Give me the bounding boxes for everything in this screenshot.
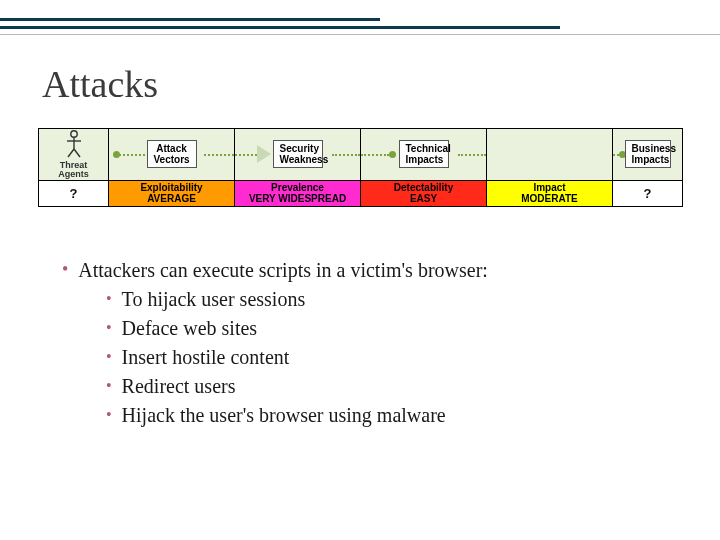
technical-impacts-box: Technical Impacts: [399, 140, 449, 168]
technical-impacts-cell: Technical Impacts: [361, 129, 487, 181]
svg-point-0: [70, 131, 76, 137]
bullet-icon: •: [106, 285, 112, 312]
list-item: • To hijack user sessions: [106, 285, 680, 314]
business-impacts-value: ?: [613, 180, 683, 206]
threat-agents-value: ?: [39, 180, 109, 206]
business-impacts-cell: Business Impacts: [613, 129, 683, 181]
arrow-icon: [257, 145, 271, 163]
bullet-icon: •: [106, 401, 112, 428]
list-item: • Attackers can execute scripts in a vic…: [62, 256, 680, 285]
list-item: • Redirect users: [106, 372, 680, 401]
bullet-icon: •: [106, 343, 112, 370]
security-weakness-box: Security Weakness: [273, 140, 323, 168]
sub-bullet-text: Deface web sites: [122, 314, 258, 343]
attack-vectors-box: Attack Vectors: [147, 140, 197, 168]
threat-agents-header: Threat Agents: [39, 129, 109, 181]
prevalence-cell: Prevalence VERY WIDESPREAD: [235, 180, 361, 206]
slide-top-decoration: [0, 0, 720, 34]
security-weakness-cell: Security Weakness: [235, 129, 361, 181]
sub-bullet-text: To hijack user sessions: [122, 285, 306, 314]
detectability-cell: Detectability EASY: [361, 180, 487, 206]
bullet-icon: •: [106, 314, 112, 341]
svg-line-4: [74, 149, 80, 157]
main-bullet-text: Attackers can execute scripts in a victi…: [78, 256, 488, 285]
list-item: • Insert hostile content: [106, 343, 680, 372]
person-icon: [64, 129, 84, 159]
impact-cell: Impact MODERATE: [487, 180, 613, 206]
list-item: • Deface web sites: [106, 314, 680, 343]
list-item: • Hijack the user's browser using malwar…: [106, 401, 680, 430]
svg-line-3: [68, 149, 74, 157]
bullet-icon: •: [106, 372, 112, 399]
bullet-icon: •: [62, 256, 68, 284]
exploitability-cell: Exploitability AVERAGE: [109, 180, 235, 206]
business-impacts-box: Business Impacts: [625, 140, 671, 168]
sub-bullet-text: Hijack the user's browser using malware: [122, 401, 446, 430]
attack-vectors-cell: Attack Vectors: [109, 129, 235, 181]
between-cell: [487, 129, 613, 181]
bullet-content: • Attackers can execute scripts in a vic…: [62, 256, 680, 430]
page-title: Attacks: [42, 62, 158, 106]
sub-bullet-text: Insert hostile content: [122, 343, 290, 372]
risk-diagram: Threat Agents Attack Vectors Security We…: [38, 128, 683, 207]
threat-label-bot: Agents: [58, 169, 89, 179]
sub-bullet-text: Redirect users: [122, 372, 236, 401]
